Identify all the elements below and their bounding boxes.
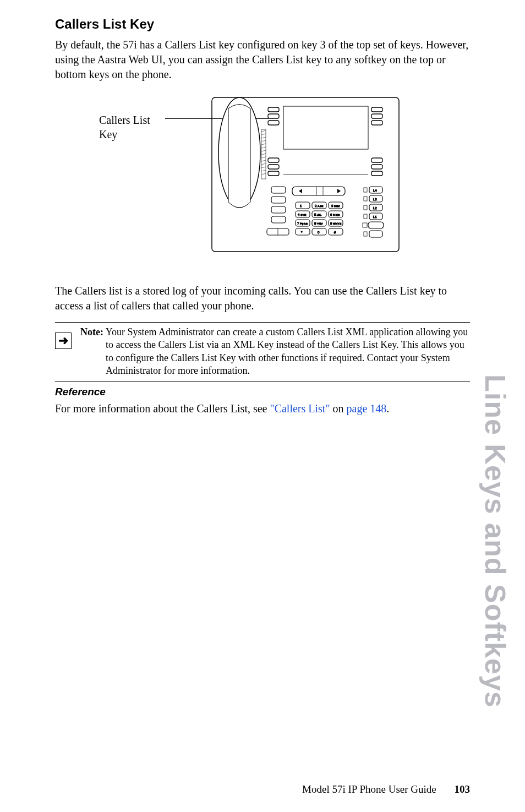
callout-line1: Callers List (99, 114, 150, 126)
svg-text:4 ɢʜɪ: 4 ɢʜɪ (298, 213, 306, 216)
svg-rect-58 (296, 228, 310, 235)
svg-line-19 (261, 160, 266, 161)
svg-text:5 ᴊᴋʟ: 5 ᴊᴋʟ (314, 213, 321, 216)
footer-page-number: 103 (455, 783, 471, 795)
intro-paragraph: By default, the 57i has a Callers List k… (55, 37, 470, 82)
svg-rect-4 (268, 121, 279, 125)
note-block: ➜ Note: Your System Administrator can cr… (55, 322, 470, 382)
reference-mid: on (330, 402, 347, 415)
svg-rect-78 (364, 205, 367, 210)
side-chapter-title: Line Keys and Softkeys (479, 374, 512, 708)
phone-illustration: 1 2 ᴀʙᴄ 3 ᴅᴇғ 4 ɢʜɪ 5 ᴊᴋʟ 6 ᴍɴᴏ 7 ᴘǫʀs 8… (206, 92, 404, 257)
svg-rect-28 (371, 165, 382, 169)
note-label: Note: (80, 326, 103, 337)
svg-rect-76 (364, 188, 367, 192)
callers-list-link[interactable]: "Callers List" (270, 402, 330, 415)
note-text: Note: Your System Administrator can crea… (80, 326, 470, 378)
page-footer: Model 57i IP Phone User Guide 103 (302, 783, 470, 795)
svg-rect-34 (271, 216, 286, 223)
svg-line-18 (261, 157, 266, 158)
svg-line-11 (261, 134, 266, 135)
svg-text:3 ᴅᴇғ: 3 ᴅᴇғ (331, 204, 340, 208)
svg-rect-81 (364, 232, 367, 236)
svg-rect-2 (268, 107, 279, 112)
callout-label: Callers List Key (99, 113, 150, 141)
svg-rect-26 (268, 171, 279, 176)
section-heading: Callers List Key (55, 17, 470, 32)
svg-rect-31 (271, 187, 286, 193)
reference-heading: Reference (55, 386, 470, 398)
svg-text:9 ᴡxʏᴢ: 9 ᴡxʏᴢ (330, 222, 341, 225)
svg-rect-8 (283, 106, 368, 149)
svg-line-20 (261, 164, 266, 165)
arrow-right-icon: ➜ (55, 333, 72, 349)
svg-line-13 (261, 140, 266, 141)
svg-rect-32 (271, 197, 286, 203)
svg-text:L4: L4 (373, 189, 377, 192)
svg-text:8 ᴛᴜᴠ: 8 ᴛᴜᴠ (314, 222, 323, 225)
phone-figure: Callers List Key (55, 92, 470, 268)
svg-line-14 (261, 144, 266, 145)
svg-text:6 ᴍɴᴏ: 6 ᴍɴᴏ (330, 213, 340, 216)
reference-post: . (386, 402, 389, 415)
svg-rect-27 (371, 158, 382, 162)
svg-rect-33 (271, 206, 286, 213)
svg-text:L3: L3 (373, 198, 377, 201)
svg-line-17 (261, 154, 266, 155)
svg-text:L2: L2 (373, 206, 377, 210)
svg-text:2 ᴀʙᴄ: 2 ᴀʙᴄ (315, 204, 323, 208)
footer-text: Model 57i IP Phone User Guide (302, 783, 436, 795)
svg-line-16 (261, 150, 266, 151)
reference-pre: For more information about the Callers L… (55, 402, 270, 415)
svg-rect-74 (368, 222, 384, 228)
svg-rect-5 (371, 107, 382, 112)
svg-rect-24 (268, 158, 279, 162)
svg-line-23 (261, 173, 266, 175)
callout-line2: Key (99, 128, 117, 140)
svg-rect-25 (268, 165, 279, 169)
svg-rect-79 (364, 214, 367, 219)
svg-rect-6 (371, 114, 382, 118)
after-figure-paragraph: The Callers list is a stored log of your… (55, 284, 470, 313)
svg-line-12 (261, 137, 266, 138)
svg-rect-3 (268, 114, 279, 118)
svg-text:L1: L1 (373, 215, 377, 219)
page-link[interactable]: page 148 (347, 402, 387, 415)
reference-paragraph: For more information about the Callers L… (55, 401, 470, 416)
svg-rect-77 (364, 197, 367, 201)
svg-line-15 (261, 147, 266, 148)
svg-text:7 ᴘǫʀs: 7 ᴘǫʀs (297, 222, 308, 225)
note-body: Your System Administrator can create a c… (103, 326, 468, 376)
svg-rect-29 (371, 171, 382, 176)
svg-rect-40 (296, 202, 310, 209)
svg-rect-80 (363, 223, 367, 227)
svg-line-22 (261, 170, 266, 171)
svg-rect-75 (369, 231, 382, 237)
svg-line-10 (261, 130, 266, 132)
svg-rect-7 (371, 121, 382, 125)
svg-line-21 (261, 167, 266, 168)
